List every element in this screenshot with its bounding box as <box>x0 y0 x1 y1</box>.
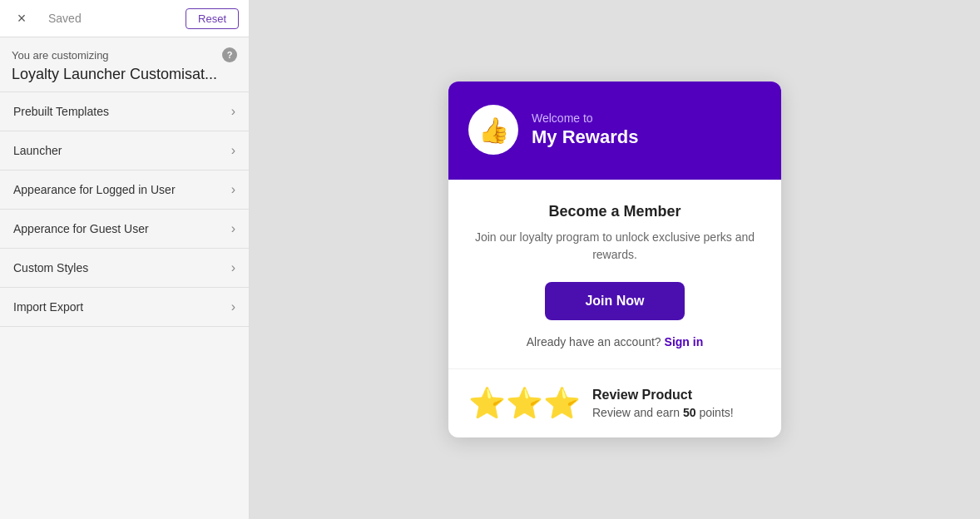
sidebar-item-label: Import Export <box>13 300 83 314</box>
review-points-label: points! <box>699 406 733 419</box>
review-stars-icon: ⭐⭐⭐ <box>468 386 581 421</box>
sidebar-item-label: Launcher <box>13 144 62 157</box>
reset-button[interactable]: Reset <box>186 8 239 29</box>
member-description: Join our loyalty program to unlock exclu… <box>468 229 761 264</box>
already-have-account-label: Already have an account? <box>527 335 661 348</box>
review-desc-prefix: Review and earn <box>592 406 680 419</box>
sidebar-item-label: Apperance for Guest User <box>13 222 149 235</box>
sign-in-link[interactable]: Sign in <box>665 335 704 348</box>
sidebar-item-appearance-guest-user[interactable]: Apperance for Guest User › <box>0 210 249 249</box>
review-description: Review and earn 50 points! <box>592 406 734 419</box>
customizing-title: Loyalty Launcher Customisat... <box>12 66 237 83</box>
sidebar: × Saved Reset You are customizing ? Loya… <box>0 0 250 519</box>
saved-label: Saved <box>48 12 82 25</box>
review-section: ⭐⭐⭐ Review Product Review and earn 50 po… <box>448 369 781 437</box>
widget-header: 👍 Welcome to My Rewards <box>448 82 781 180</box>
help-icon[interactable]: ? <box>222 47 237 62</box>
sidebar-item-custom-styles[interactable]: Custom Styles › <box>0 249 249 288</box>
sidebar-item-label: Appearance for Logged in User <box>13 183 176 196</box>
review-text-block: Review Product Review and earn 50 points… <box>592 388 734 419</box>
chevron-right-icon: › <box>231 260 235 275</box>
chevron-right-icon: › <box>231 104 235 119</box>
chevron-right-icon: › <box>231 182 235 197</box>
close-button[interactable]: × <box>10 7 33 30</box>
sidebar-item-import-export[interactable]: Import Export › <box>0 288 249 327</box>
widget-header-text: Welcome to My Rewards <box>532 111 638 148</box>
widget-card: 👍 Welcome to My Rewards Become a Member … <box>448 82 781 437</box>
chevron-right-icon: › <box>231 143 235 158</box>
customizing-section: You are customizing ? Loyalty Launcher C… <box>0 37 249 92</box>
sidebar-item-prebuilt-templates[interactable]: Prebuilt Templates › <box>0 92 249 131</box>
sidebar-header: × Saved Reset <box>0 0 249 37</box>
sidebar-item-launcher[interactable]: Launcher › <box>0 131 249 171</box>
chevron-right-icon: › <box>231 299 235 314</box>
member-section: Become a Member Join our loyalty program… <box>448 180 781 369</box>
customizing-label: You are customizing <box>12 49 109 62</box>
rewards-icon: 👍 <box>468 105 518 155</box>
nav-items: Prebuilt Templates › Launcher › Appearan… <box>0 92 249 519</box>
member-title: Become a Member <box>468 203 761 220</box>
join-now-button[interactable]: Join Now <box>545 282 684 320</box>
review-points-bold: 50 <box>683 406 696 419</box>
sidebar-item-label: Custom Styles <box>13 261 88 274</box>
widget-welcome-text: Welcome to <box>532 111 638 125</box>
review-title: Review Product <box>592 388 734 403</box>
main-content: 👍 Welcome to My Rewards Become a Member … <box>250 0 980 519</box>
account-text: Already have an account? Sign in <box>468 335 761 348</box>
chevron-right-icon: › <box>231 221 235 236</box>
sidebar-item-appearance-logged-user[interactable]: Appearance for Logged in User › <box>0 171 249 210</box>
customizing-row: You are customizing ? <box>12 47 237 62</box>
sidebar-item-label: Prebuilt Templates <box>13 105 109 118</box>
widget-title: My Rewards <box>532 126 638 148</box>
widget-body: Become a Member Join our loyalty program… <box>448 180 781 437</box>
